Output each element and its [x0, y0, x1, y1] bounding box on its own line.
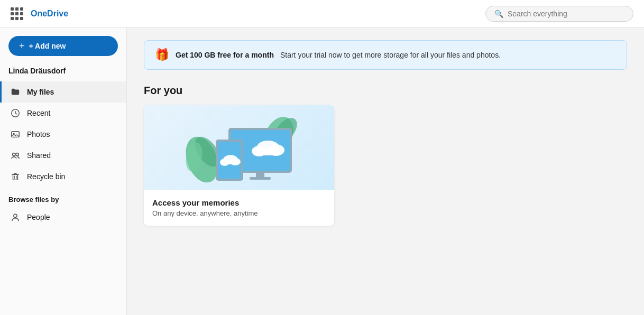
add-new-label: + Add new — [29, 42, 66, 50]
cards-row: Access your memories On any device, anyw… — [144, 105, 627, 226]
svg-rect-26 — [222, 160, 238, 164]
clock-icon — [10, 108, 21, 118]
card-body: Access your memories On any device, anyw… — [144, 190, 334, 226]
main-layout: + + Add new Linda Dräusdorf My files Rec… — [0, 27, 644, 315]
user-name: Linda Dräusdorf — [0, 67, 126, 81]
sidebar: + + Add new Linda Dräusdorf My files Rec… — [0, 27, 127, 315]
person-icon — [10, 212, 21, 223]
topbar: OneDrive 🔍 — [0, 0, 644, 27]
sidebar-item-recent[interactable]: Recent — [0, 103, 126, 124]
photos-icon — [10, 129, 21, 140]
svg-rect-1 — [12, 132, 19, 137]
sidebar-item-recycle-bin[interactable]: Recycle bin — [0, 166, 126, 187]
svg-rect-20 — [250, 177, 271, 180]
browse-section-label: Browse files by — [0, 187, 126, 207]
search-icon: 🔍 — [494, 10, 503, 18]
svg-point-3 — [13, 153, 15, 156]
search-input[interactable] — [508, 10, 624, 18]
sidebar-item-my-files[interactable]: My files — [0, 81, 126, 103]
svg-point-6 — [14, 214, 17, 217]
sidebar-item-people[interactable]: People — [0, 207, 126, 228]
card-image — [144, 105, 334, 190]
card-title: Access your memories — [152, 198, 326, 207]
photos-label: Photos — [27, 130, 50, 138]
svg-point-4 — [16, 153, 19, 156]
sidebar-item-shared[interactable]: Shared — [0, 145, 126, 166]
banner-bold: Get 100 GB free for a month — [176, 51, 274, 59]
sidebar-item-photos[interactable]: Photos — [0, 124, 126, 145]
my-files-label: My files — [27, 88, 54, 96]
app-name: OneDrive — [31, 9, 68, 18]
svg-rect-5 — [13, 174, 18, 180]
add-icon: + — [19, 41, 25, 51]
shared-icon — [10, 150, 21, 161]
add-new-button[interactable]: + + Add new — [8, 36, 118, 56]
folder-icon — [10, 87, 21, 97]
promo-banner[interactable]: 🎁 Get 100 GB free for a month Start your… — [144, 40, 627, 70]
memories-card[interactable]: Access your memories On any device, anyw… — [144, 105, 334, 226]
svg-rect-18 — [254, 149, 279, 155]
gift-icon: 🎁 — [155, 48, 169, 62]
banner-body: Start your trial now to get more storage… — [280, 51, 501, 59]
card-subtitle: On any device, anywhere, anytime — [152, 209, 326, 217]
recycle-bin-icon — [10, 171, 21, 182]
recent-label: Recent — [27, 109, 50, 117]
search-bar[interactable]: 🔍 — [485, 6, 633, 22]
app-grid-icon[interactable] — [11, 7, 23, 20]
content-area: 🎁 Get 100 GB free for a month Start your… — [127, 27, 644, 315]
topbar-left: OneDrive — [11, 7, 68, 20]
recycle-bin-label: Recycle bin — [27, 172, 65, 181]
shared-label: Shared — [27, 151, 51, 160]
for-you-title: For you — [144, 85, 627, 97]
memories-illustration — [176, 107, 302, 189]
people-label: People — [27, 213, 50, 221]
